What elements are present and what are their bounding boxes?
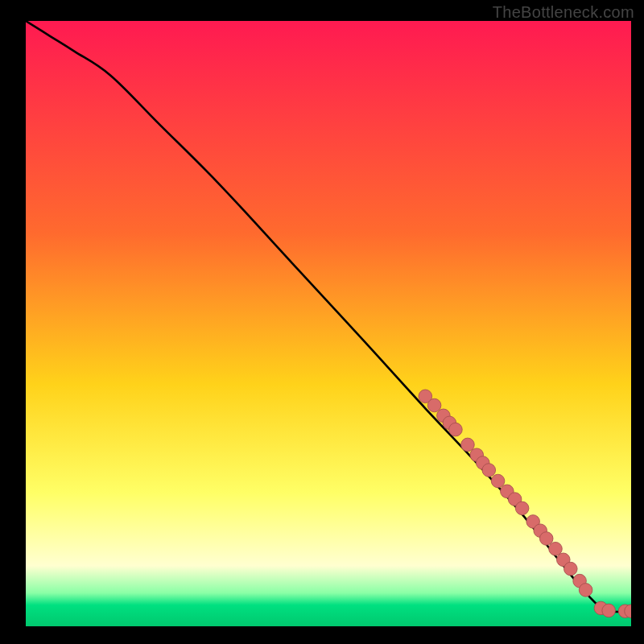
chart-frame: TheBottleneck.com [0, 0, 644, 644]
data-marker [515, 502, 529, 515]
data-marker [449, 423, 463, 436]
data-marker [482, 464, 496, 477]
data-marker [564, 562, 578, 576]
plot-area [26, 21, 631, 626]
data-marker [461, 438, 475, 452]
plot-svg [26, 21, 631, 626]
data-marker [539, 532, 553, 546]
data-marker [491, 474, 505, 488]
watermark-label: TheBottleneck.com [493, 3, 634, 22]
data-marker [602, 604, 616, 617]
data-marker [427, 398, 441, 412]
data-marker [579, 584, 592, 597]
